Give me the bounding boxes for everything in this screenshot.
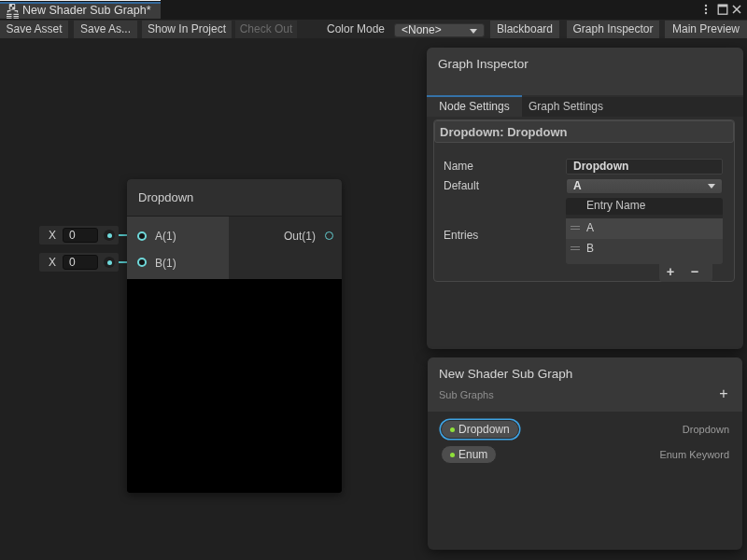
- maximize-icon[interactable]: [716, 3, 729, 16]
- exposed-dot-icon: [450, 427, 455, 432]
- save-asset-button[interactable]: Save Asset: [0, 21, 68, 39]
- tab-node-settings[interactable]: Node Settings: [427, 97, 522, 117]
- tab-graph-settings[interactable]: Graph Settings: [522, 97, 610, 117]
- settings-section-header: Dropdown: Dropdown: [434, 120, 734, 143]
- blackboard-title: New Shader Sub Graph: [439, 365, 572, 384]
- entry-name: B: [586, 239, 594, 259]
- port-b-label: B(1): [155, 258, 176, 269]
- node-body: A(1) B(1) Out(1): [127, 217, 342, 279]
- inspector-tab-row: Node Settings Graph Settings: [427, 97, 743, 117]
- port-a[interactable]: [137, 231, 147, 241]
- blackboard-row-dropdown: Dropdown Dropdown: [428, 420, 742, 440]
- blackboard-subtitle: Sub Graphs: [439, 387, 494, 402]
- entries-list-header: Entry Name: [566, 198, 723, 218]
- save-as-button[interactable]: Save As...: [74, 21, 137, 39]
- input-widget-a: X 0: [39, 226, 119, 245]
- entry-name: A: [586, 218, 594, 239]
- property-type: Dropdown: [683, 420, 729, 440]
- input-widget-b: X 0: [39, 253, 119, 272]
- entries-list-footer: + −: [659, 264, 712, 282]
- axis-label: X: [49, 226, 56, 245]
- name-label: Name: [444, 159, 473, 175]
- inspector-title: Graph Inspector: [438, 55, 529, 74]
- drag-handle-icon[interactable]: [571, 226, 580, 231]
- exposed-dot-icon: [450, 453, 455, 457]
- name-field[interactable]: Dropdown: [566, 159, 723, 175]
- document-tab[interactable]: New Shader Sub Graph*: [0, 0, 161, 19]
- blackboard-row-enum: Enum Enum Keyword: [428, 445, 742, 465]
- drag-handle-icon[interactable]: [571, 246, 580, 252]
- close-icon[interactable]: [730, 3, 743, 16]
- node-title-bar[interactable]: Dropdown: [127, 179, 342, 216]
- property-name: Enum: [458, 448, 487, 461]
- value-field[interactable]: 0: [63, 228, 98, 243]
- color-mode-label: Color Mode: [327, 21, 385, 39]
- color-mode-value: <None>: [402, 23, 442, 36]
- property-type: Enum Keyword: [659, 445, 729, 465]
- default-value: A: [573, 179, 582, 192]
- add-entry-button[interactable]: +: [661, 264, 680, 281]
- blackboard-header[interactable]: New Shader Sub Graph Sub Graphs +: [428, 357, 742, 412]
- blackboard-toggle-button[interactable]: Blackboard: [490, 21, 559, 39]
- subgraph-asset-icon: [7, 4, 19, 19]
- graph-inspector-toggle-button[interactable]: Graph Inspector: [567, 21, 659, 39]
- dropdown-arrow-icon: [708, 184, 715, 189]
- active-tab-indicator: [427, 95, 522, 97]
- add-property-button[interactable]: +: [715, 385, 732, 402]
- port-a-label: A(1): [155, 231, 176, 242]
- kebab-menu-icon[interactable]: [699, 3, 712, 16]
- inspector-header[interactable]: Graph Inspector: [427, 48, 743, 95]
- entry-row-a[interactable]: A: [566, 218, 723, 239]
- value-field[interactable]: 0: [63, 255, 98, 270]
- dropdown-node[interactable]: Dropdown A(1) B(1) Out(1): [127, 179, 342, 493]
- main-preview-toggle-button[interactable]: Main Preview: [665, 21, 747, 39]
- widget-port-b[interactable]: [104, 257, 115, 268]
- property-pill-enum[interactable]: Enum: [441, 445, 497, 464]
- node-settings-box: Dropdown: Dropdown Name Dropdown Default…: [433, 119, 735, 282]
- property-name: Dropdown: [458, 423, 510, 436]
- default-label: Default: [444, 178, 479, 194]
- node-title: Dropdown: [138, 179, 193, 216]
- graph-inspector-panel: Graph Inspector Node Settings Graph Sett…: [427, 48, 743, 349]
- default-dropdown[interactable]: A: [566, 178, 723, 194]
- port-b[interactable]: [137, 258, 147, 267]
- shader-graph-toolbar: Save Asset Save As... Show In Project Ch…: [0, 19, 747, 38]
- settings-section-title: Dropdown: Dropdown: [440, 121, 567, 144]
- tab-title: New Shader Sub Graph*: [22, 4, 151, 18]
- color-mode-dropdown[interactable]: <None>: [394, 23, 485, 37]
- window-tab-strip: New Shader Sub Graph*: [0, 0, 747, 19]
- remove-entry-button[interactable]: −: [685, 264, 704, 281]
- blackboard-panel: New Shader Sub Graph Sub Graphs + Dropdo…: [428, 357, 742, 550]
- entries-label: Entries: [444, 228, 478, 244]
- axis-label: X: [49, 253, 56, 272]
- show-in-project-button[interactable]: Show In Project: [142, 21, 232, 39]
- widget-port-a[interactable]: [104, 230, 115, 241]
- dropdown-arrow-icon: [470, 29, 477, 34]
- port-out[interactable]: [325, 231, 333, 240]
- node-input-area: [127, 217, 229, 279]
- port-out-label: Out(1): [284, 231, 316, 242]
- entry-row-b[interactable]: B: [566, 239, 723, 259]
- node-preview[interactable]: [127, 279, 342, 493]
- entries-list: Entry Name A B: [566, 198, 723, 264]
- property-pill-dropdown[interactable]: Dropdown: [441, 420, 519, 439]
- check-out-button: Check Out: [235, 21, 297, 39]
